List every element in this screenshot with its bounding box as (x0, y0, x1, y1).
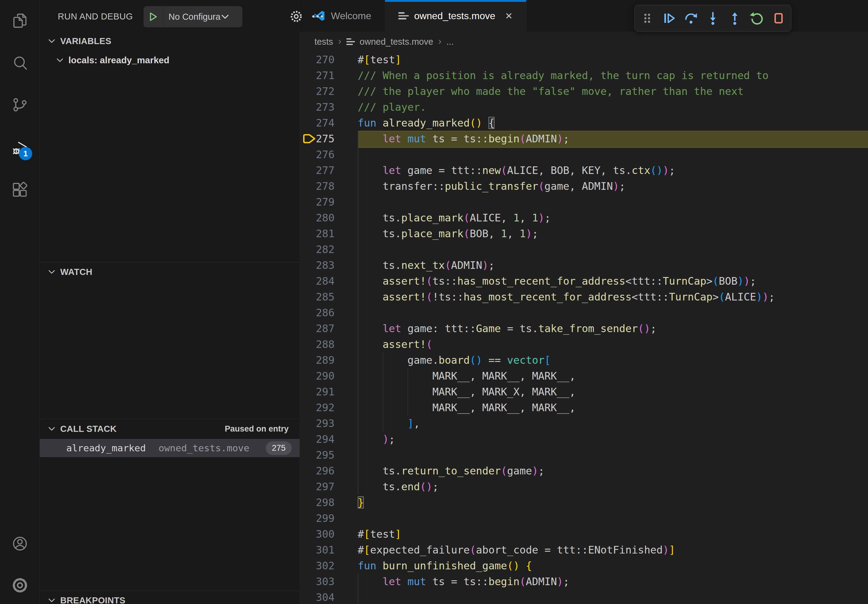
code-line-291[interactable]: 291MARK__, MARK_X, MARK__, (300, 384, 868, 400)
gutter[interactable]: 278 (300, 178, 358, 194)
gutter[interactable]: 300 (300, 526, 358, 542)
restart-button[interactable] (747, 9, 766, 28)
gutter[interactable]: 289 (300, 352, 358, 368)
code-line-288[interactable]: 288assert!( (300, 336, 868, 352)
code-line-300[interactable]: 300#[test] (300, 526, 868, 542)
code-line-275[interactable]: 275let mut ts = ts::begin(ADMIN); (300, 131, 868, 147)
sidebar-item-run-and-debug[interactable]: 1 (0, 132, 40, 165)
code-line-271[interactable]: 271/// When a position is already marked… (300, 68, 868, 83)
close-icon[interactable]: ✕ (505, 11, 513, 21)
call-stack-section-header[interactable]: CALL STACK Paused on entry (40, 420, 299, 438)
gutter[interactable]: 272 (300, 83, 358, 99)
code-line-303[interactable]: 303let mut ts = ts::begin(ADMIN); (300, 574, 868, 589)
code-line-294[interactable]: 294); (300, 431, 868, 447)
code-line-297[interactable]: 297ts.end(); (300, 479, 868, 494)
gutter[interactable]: 270 (300, 52, 358, 68)
code-line-302[interactable]: 302fun burn_unfinished_game() { (300, 558, 868, 574)
code-line-292[interactable]: 292MARK__, MARK__, MARK__, (300, 400, 868, 415)
gutter[interactable]: 304 (300, 589, 358, 604)
code-line-276[interactable]: 276 (300, 147, 868, 163)
gutter[interactable]: 273 (300, 99, 358, 115)
stop-button[interactable] (769, 9, 788, 28)
gutter[interactable]: 288 (300, 336, 358, 352)
code-line-290[interactable]: 290MARK__, MARK__, MARK__, (300, 368, 868, 384)
gutter[interactable]: 285 (300, 289, 358, 305)
gutter[interactable]: 274 (300, 115, 358, 131)
gutter[interactable]: 281 (300, 226, 358, 242)
gutter[interactable]: 277 (300, 163, 358, 178)
gutter[interactable]: 279 (300, 194, 358, 210)
step-into-button[interactable] (704, 9, 722, 28)
start-debugging-button[interactable] (144, 6, 163, 27)
sidebar-item-extensions[interactable] (0, 173, 40, 207)
gutter[interactable]: 284 (300, 273, 358, 289)
code-line-293[interactable]: 293], (300, 415, 868, 431)
gutter[interactable]: 282 (300, 242, 358, 257)
breadcrumb-symbol[interactable]: ... (446, 37, 454, 47)
gutter[interactable]: 296 (300, 463, 358, 479)
code-line-301[interactable]: 301#[expected_failure(abort_code = ttt::… (300, 542, 868, 558)
code-line-283[interactable]: 283ts.next_tx(ADMIN); (300, 257, 868, 273)
step-out-button[interactable] (725, 9, 744, 28)
step-over-button[interactable] (682, 9, 701, 28)
code-line-296[interactable]: 296ts.return_to_sender(game); (300, 463, 868, 479)
variables-section-header[interactable]: VARIABLES (40, 32, 299, 51)
gutter[interactable]: 301 (300, 542, 358, 558)
code-line-285[interactable]: 285assert!(!ts::has_most_recent_for_addr… (300, 289, 868, 305)
gutter[interactable]: 271 (300, 68, 358, 83)
settings-button[interactable] (0, 569, 40, 602)
drag-handle-icon[interactable] (638, 9, 657, 28)
code-line-298[interactable]: 298} (300, 494, 868, 510)
account-button[interactable] (0, 527, 40, 561)
breadcrumb-folder[interactable]: tests (315, 37, 333, 47)
gutter[interactable]: 302 (300, 558, 358, 574)
code-line-304[interactable]: 304 (300, 589, 868, 604)
code-line-284[interactable]: 284assert!(ts::has_most_recent_for_addre… (300, 273, 868, 289)
code-area[interactable]: 270#[test]271/// When a position is alre… (300, 52, 868, 604)
code-line-273[interactable]: 273/// player. (300, 99, 868, 115)
sidebar-item-explorer[interactable] (0, 4, 40, 38)
code-line-286[interactable]: 286 (300, 305, 868, 321)
breakpoints-section-header[interactable]: BREAKPOINTS (40, 591, 299, 604)
watch-section-header[interactable]: WATCH (40, 262, 299, 281)
gutter[interactable]: 292 (300, 400, 358, 415)
sidebar-item-search[interactable] (0, 47, 40, 80)
gutter[interactable]: 276 (300, 147, 358, 163)
code-line-279[interactable]: 279 (300, 194, 868, 210)
continue-button[interactable] (660, 9, 679, 28)
gutter[interactable]: 293 (300, 415, 358, 431)
gutter[interactable]: 295 (300, 447, 358, 463)
gutter[interactable]: 290 (300, 368, 358, 384)
code-line-282[interactable]: 282 (300, 242, 868, 257)
code-line-270[interactable]: 270#[test] (300, 52, 868, 68)
debug-configuration-dropdown[interactable]: No Configura (144, 6, 242, 27)
code-line-272[interactable]: 272/// the player who made the "false" m… (300, 83, 868, 99)
gutter[interactable]: 294 (300, 431, 358, 447)
gutter[interactable]: 303 (300, 574, 358, 589)
gutter[interactable]: 299 (300, 510, 358, 526)
code-line-295[interactable]: 295 (300, 447, 868, 463)
gutter[interactable]: 287 (300, 321, 358, 336)
more-actions-button[interactable] (310, 9, 326, 24)
code-line-287[interactable]: 287let game: ttt::Game = ts.take_from_se… (300, 321, 868, 336)
code-line-280[interactable]: 280ts.place_mark(ALICE, 1, 1); (300, 210, 868, 226)
gutter[interactable]: 283 (300, 257, 358, 273)
code-line-299[interactable]: 299 (300, 510, 868, 526)
variables-scope-locals[interactable]: locals: already_marked (40, 51, 299, 70)
gutter[interactable]: 297 (300, 479, 358, 494)
tab-owned-tests-move[interactable]: owned_tests.move ✕ (385, 0, 527, 32)
code-line-277[interactable]: 277let game = ttt::new(ALICE, BOB, KEY, … (300, 163, 868, 178)
gutter[interactable]: 298 (300, 494, 358, 510)
code-line-278[interactable]: 278transfer::public_transfer(game, ADMIN… (300, 178, 868, 194)
gutter[interactable]: 280 (300, 210, 358, 226)
breadcrumb-file[interactable]: owned_tests.move (360, 37, 433, 47)
gutter[interactable]: 275 (300, 131, 358, 147)
sidebar-item-source-control[interactable] (0, 88, 40, 122)
code-line-274[interactable]: 274fun already_marked() { (300, 115, 868, 131)
stack-frame-row[interactable]: already_marked owned_tests.move 275 (40, 439, 299, 457)
gutter[interactable]: 286 (300, 305, 358, 321)
code-line-281[interactable]: 281ts.place_mark(BOB, 1, 1); (300, 226, 868, 242)
code-line-289[interactable]: 289game.board() == vector[ (300, 352, 868, 368)
gutter[interactable]: 291 (300, 384, 358, 400)
debug-settings-button[interactable] (288, 9, 304, 24)
